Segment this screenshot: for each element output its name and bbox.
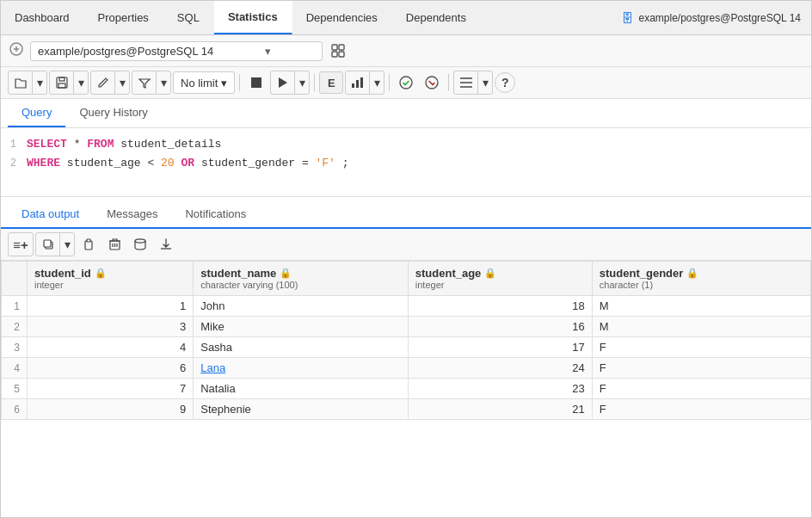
edit-arrow-button[interactable]: ▾ (115, 71, 129, 94)
svg-rect-23 (87, 239, 90, 242)
col-name-student-id: student_id (34, 267, 91, 280)
macros-group: ▾ (453, 71, 493, 95)
svg-rect-12 (352, 83, 354, 88)
code-text: ; (342, 157, 349, 170)
tab-query-history[interactable]: Query History (65, 99, 161, 127)
cell-student-id: 7 (28, 379, 194, 399)
no-limit-dropdown[interactable]: No limit ▾ (173, 71, 235, 94)
code-text: student_gender = (201, 157, 316, 170)
table-row: 57Natalia23F (2, 379, 811, 399)
connection-label: example/postgres@PostgreSQL 14 (638, 12, 801, 24)
open-file-button[interactable] (9, 71, 33, 94)
row-number: 6 (2, 399, 28, 420)
col-type-student-id: integer (34, 280, 186, 290)
run-button[interactable] (271, 71, 295, 94)
tab-dependents[interactable]: Dependents (392, 1, 481, 34)
cell-student-id: 1 (28, 296, 194, 317)
connection-bar: example/postgres@PostgreSQL 14 ▾ (1, 35, 811, 67)
keyword-select: SELECT (27, 138, 67, 151)
col-header-student-id: student_id 🔒 integer (28, 262, 194, 296)
row-num-header (2, 262, 28, 296)
svg-rect-3 (332, 45, 337, 50)
svg-point-16 (426, 77, 438, 89)
cell-student-name[interactable]: Lana (194, 358, 409, 379)
cell-student-age: 18 (408, 296, 592, 317)
copy-group: ▾ (35, 232, 75, 256)
row-number: 3 (2, 337, 28, 358)
table-row: 34Sasha17F (2, 337, 811, 358)
copy-button[interactable] (36, 233, 60, 256)
code-num: 20 (161, 157, 175, 170)
tab-messages[interactable]: Messages (93, 200, 171, 227)
open-file-group: ▾ (8, 71, 47, 95)
cell-student-age: 21 (408, 399, 592, 420)
rollback-button[interactable] (420, 71, 444, 94)
filter-group: ▾ (132, 71, 171, 95)
db-icon: 🗄 (621, 11, 633, 25)
result-toolbar: ≡+ ▾ (1, 229, 811, 261)
connection-plugin-icon (8, 40, 25, 61)
cell-student-name: Sasha (194, 337, 409, 358)
svg-point-29 (135, 239, 145, 243)
edit-group: ▾ (90, 71, 130, 95)
copy-arrow-button[interactable]: ▾ (60, 233, 74, 256)
connection-dropdown[interactable]: example/postgres@PostgreSQL 14 ▾ (30, 41, 323, 61)
save-file-button[interactable] (50, 71, 74, 94)
cell-student-gender: F (592, 379, 810, 399)
run-arrow-button[interactable]: ▾ (295, 71, 309, 94)
svg-rect-9 (58, 83, 65, 88)
add-row-group: ≡+ (8, 232, 34, 256)
row-number: 5 (2, 379, 28, 399)
code-string: 'F' (316, 157, 335, 170)
cell-student-gender: F (592, 358, 810, 379)
tab-notifications[interactable]: Notifications (171, 200, 260, 227)
tab-data-output[interactable]: Data output (8, 200, 93, 227)
help-button[interactable]: ? (495, 72, 515, 93)
row-number: 2 (2, 317, 28, 337)
code-editor[interactable]: 1 SELECT * FROM student_details 2 WHERE … (1, 128, 811, 197)
cell-student-gender: F (592, 399, 810, 420)
open-file-arrow-button[interactable]: ▾ (33, 71, 46, 94)
line-number-2: 2 (1, 154, 27, 173)
chart-button[interactable] (346, 71, 370, 94)
filter-arrow-button[interactable]: ▾ (157, 71, 170, 94)
no-limit-arrow-icon: ▾ (221, 77, 227, 89)
paste-button[interactable] (77, 233, 101, 256)
toolbar-sep-1 (239, 74, 240, 91)
cell-student-age: 23 (408, 379, 592, 399)
chart-arrow-button[interactable]: ▾ (370, 71, 384, 94)
save-file-arrow-button[interactable]: ▾ (74, 71, 88, 94)
row-number: 1 (2, 296, 28, 317)
tab-dependencies[interactable]: Dependencies (292, 1, 392, 34)
delete-button[interactable] (102, 233, 126, 256)
add-row-button[interactable]: ≡+ (9, 233, 33, 256)
save-data-button[interactable] (128, 233, 152, 256)
chevron-down-icon: ▾ (265, 45, 271, 58)
tab-sql[interactable]: SQL (163, 1, 214, 34)
connection-action-icon[interactable] (328, 40, 348, 61)
cell-student-id: 6 (28, 358, 194, 379)
macros-arrow-button[interactable]: ▾ (478, 71, 492, 94)
edit-button[interactable] (91, 71, 115, 94)
cell-student-age: 24 (408, 358, 592, 379)
stop-button[interactable] (244, 71, 268, 94)
code-content-2: WHERE student_age < 20 OR student_gender… (27, 154, 811, 173)
table-row: 11John18M (2, 296, 811, 317)
col-name-student-name: student_name (200, 267, 276, 280)
cell-student-id: 9 (28, 399, 194, 420)
macros-button[interactable] (454, 71, 478, 94)
tab-dashboard[interactable]: Dashboard (1, 1, 84, 34)
tab-query[interactable]: Query (8, 99, 65, 127)
query-tabs: Query Query History (1, 99, 811, 128)
connection-dropdown-label: example/postgres@PostgreSQL 14 (38, 45, 213, 58)
filter-button[interactable] (132, 71, 157, 94)
svg-rect-21 (44, 240, 51, 247)
explain-button[interactable]: E (319, 71, 343, 94)
download-button[interactable] (154, 233, 178, 256)
svg-rect-10 (251, 77, 261, 88)
tab-statistics[interactable]: Statistics (214, 1, 292, 34)
tab-properties[interactable]: Properties (84, 1, 163, 34)
cell-student-name: Stephenie (194, 399, 409, 420)
commit-button[interactable] (394, 71, 418, 94)
svg-point-15 (400, 77, 412, 89)
